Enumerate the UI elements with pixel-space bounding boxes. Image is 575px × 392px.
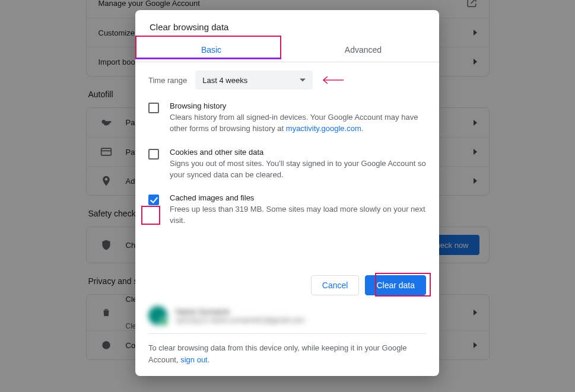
time-range-row: Time range Last 4 weeks [148,71,426,90]
option-cached: Cached images and files Frees up less th… [148,193,426,227]
avatar [148,306,167,325]
option-cookies: Cookies and other site data Signs you ou… [148,148,426,181]
checkbox-cached[interactable] [148,195,159,205]
account-name: Name Surname [176,307,305,316]
option-title: Cached images and files [170,193,426,202]
option-title: Cookies and other site data [170,148,426,157]
option-title: Browsing history [170,101,426,110]
time-range-select[interactable]: Last 4 weeks [195,71,313,90]
dialog-title: Clear browsing data [135,10,439,38]
account-text: Name Surname syncing to name.surname01@g… [176,307,305,324]
option-text: Cookies and other site data Signs you ou… [170,148,426,181]
time-range-label: Time range [148,76,187,85]
checkbox-browsing-history[interactable] [148,103,159,113]
annotation-arrow-icon [321,74,345,86]
footer-text: To clear browsing data from this device … [148,342,426,365]
checkbox-cookies[interactable] [148,149,159,160]
option-desc: Frees up less than 319 MB. Some sites ma… [170,204,426,227]
divider [148,333,426,334]
option-desc-b: . [361,124,364,133]
chevron-down-icon [300,79,306,82]
option-text: Browsing history Clears history from all… [170,101,426,135]
dialog-body: Time range Last 4 weeks Browsing history… [135,62,439,240]
tab-advanced[interactable]: Advanced [287,38,439,62]
sign-out-link[interactable]: sign out [180,355,208,364]
footer-text-b: . [208,355,210,364]
dialog-tabs: Basic Advanced [135,38,439,62]
dialog-actions: Cancel Clear data [135,275,439,306]
tab-basic[interactable]: Basic [135,38,287,62]
option-browsing-history: Browsing history Clears history from all… [148,101,426,135]
account-row: Name Surname syncing to name.surname01@g… [148,306,426,325]
dialog-footer: Name Surname syncing to name.surname01@g… [135,306,439,376]
option-desc: Signs you out of most sites. You'll stay… [170,158,426,181]
option-desc: Clears history from all signed-in device… [170,112,426,135]
time-range-value: Last 4 weeks [202,76,247,85]
clear-data-button[interactable]: Clear data [365,275,426,295]
option-text: Cached images and files Frees up less th… [170,193,426,227]
cancel-button[interactable]: Cancel [311,275,360,295]
account-email: syncing to name.surname01@gmail.com [176,316,305,324]
myactivity-link[interactable]: myactivity.google.com [286,124,361,133]
clear-browsing-data-dialog: Clear browsing data Basic Advanced Time … [135,10,439,376]
